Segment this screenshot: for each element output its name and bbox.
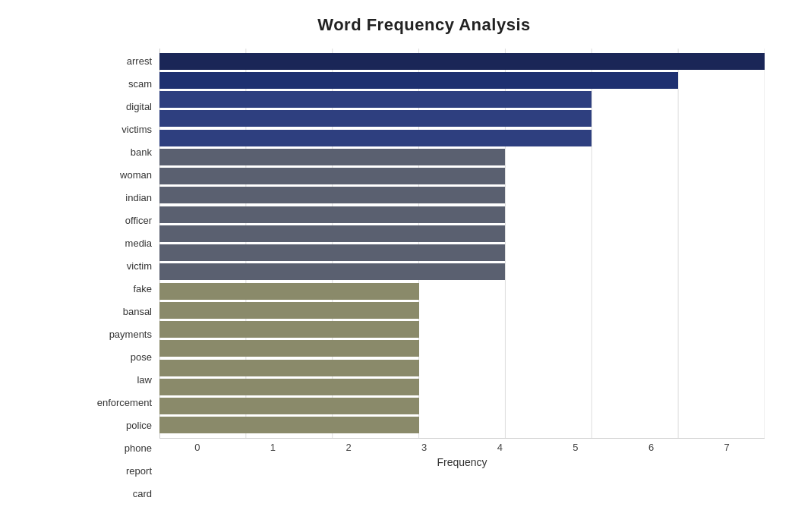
x-tick-5: 5 xyxy=(538,442,614,453)
bar-fill-report xyxy=(159,398,419,414)
bar-row-media xyxy=(159,206,765,223)
chart-right: 01234567 Frequency xyxy=(159,49,765,468)
bar-row-police xyxy=(159,360,765,376)
y-label-police: police xyxy=(84,414,159,437)
bar-fill-law xyxy=(159,321,419,338)
bar-fill-police xyxy=(159,360,419,376)
bar-row-indian xyxy=(159,168,765,184)
y-label-bank: bank xyxy=(84,141,159,164)
x-axis: 01234567 xyxy=(159,438,765,453)
bar-row-phone xyxy=(159,379,765,395)
bar-row-card xyxy=(159,417,765,433)
bar-fill-officer xyxy=(159,187,505,203)
x-axis-title: Frequency xyxy=(159,453,765,468)
y-label-pose: pose xyxy=(84,346,159,369)
bar-fill-indian xyxy=(159,168,505,184)
bar-fill-victims xyxy=(159,110,592,127)
y-label-media: media xyxy=(84,232,159,255)
x-tick-2: 2 xyxy=(311,442,386,453)
bar-row-victims xyxy=(159,110,765,127)
bar-fill-digital xyxy=(159,91,592,108)
y-label-digital: digital xyxy=(84,96,159,118)
x-tick-6: 6 xyxy=(614,442,689,453)
y-axis-labels: arrestscamdigitalvictimsbankwomanindiano… xyxy=(84,49,159,468)
y-label-officer: officer xyxy=(84,209,159,232)
bar-fill-media xyxy=(159,206,505,223)
bar-row-fake xyxy=(159,244,765,261)
y-label-scam: scam xyxy=(84,73,159,96)
y-label-card: card xyxy=(84,483,159,505)
y-label-phone: phone xyxy=(84,437,159,460)
bar-fill-payments xyxy=(159,283,419,300)
bar-fill-card xyxy=(159,417,419,433)
y-label-enforcement: enforcement xyxy=(84,392,159,414)
bar-row-payments xyxy=(159,283,765,300)
chart-container: Word Frequency Analysis arrestscamdigita… xyxy=(0,0,795,532)
bar-fill-scam xyxy=(159,72,678,89)
y-label-bansal: bansal xyxy=(84,301,159,323)
y-label-woman: woman xyxy=(84,164,159,187)
x-tick-1: 1 xyxy=(235,442,311,453)
bar-row-arrest xyxy=(159,53,765,70)
y-label-arrest: arrest xyxy=(84,50,159,73)
x-tick-0: 0 xyxy=(159,442,235,453)
bar-fill-fake xyxy=(159,244,505,261)
bar-row-victim xyxy=(159,225,765,242)
x-tick-3: 3 xyxy=(386,442,462,453)
bar-row-law xyxy=(159,321,765,338)
bar-row-scam xyxy=(159,72,765,89)
bar-fill-woman xyxy=(159,149,505,165)
bar-row-bank xyxy=(159,130,765,146)
bars-and-grid xyxy=(159,49,765,438)
bar-fill-victim xyxy=(159,225,505,242)
y-label-victims: victims xyxy=(84,118,159,141)
bar-fill-arrest xyxy=(159,53,765,70)
y-label-law: law xyxy=(84,369,159,392)
bar-row-woman xyxy=(159,149,765,165)
bars-list xyxy=(159,49,765,438)
bar-fill-bansal xyxy=(159,263,505,280)
chart-title: Word Frequency Analysis xyxy=(84,15,765,35)
bar-fill-enforcement xyxy=(159,340,419,357)
bar-fill-pose xyxy=(159,302,419,319)
y-label-payments: payments xyxy=(84,323,159,346)
y-label-report: report xyxy=(84,460,159,483)
y-label-indian: indian xyxy=(84,187,159,209)
bar-row-report xyxy=(159,398,765,414)
bar-fill-phone xyxy=(159,379,419,395)
bar-fill-bank xyxy=(159,130,592,146)
x-tick-4: 4 xyxy=(462,442,538,453)
bar-row-enforcement xyxy=(159,340,765,357)
bar-row-bansal xyxy=(159,263,765,280)
bar-row-officer xyxy=(159,187,765,203)
bar-row-digital xyxy=(159,91,765,108)
x-tick-7: 7 xyxy=(689,442,765,453)
y-label-fake: fake xyxy=(84,278,159,301)
y-label-victim: victim xyxy=(84,255,159,278)
bar-row-pose xyxy=(159,302,765,319)
